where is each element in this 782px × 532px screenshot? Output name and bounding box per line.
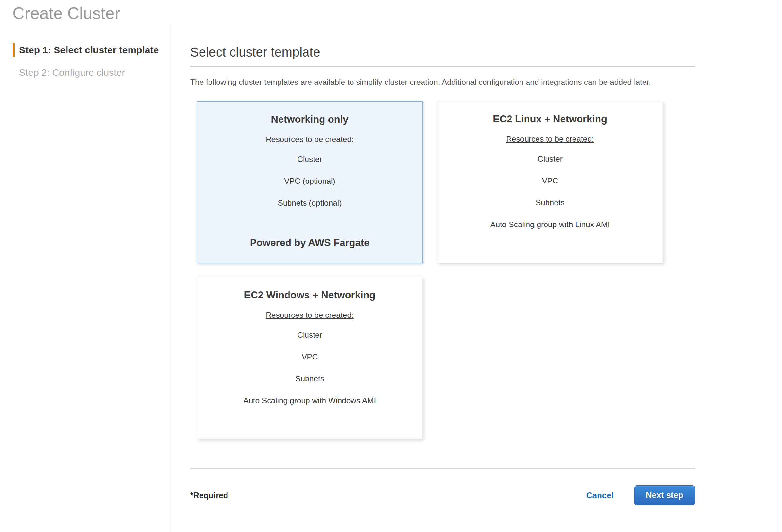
card-title: EC2 Linux + Networking bbox=[493, 113, 607, 125]
card-footer-note: Powered by AWS Fargate bbox=[250, 237, 370, 249]
wizard-layout: Step 1: Select cluster template Step 2: … bbox=[0, 24, 782, 532]
template-card-ec2-linux-networking[interactable]: EC2 Linux + Networking Resources to be c… bbox=[437, 101, 663, 263]
card-resources-label: Resources to be created: bbox=[266, 135, 354, 144]
card-resources-label: Resources to be created: bbox=[266, 311, 354, 320]
cancel-button[interactable]: Cancel bbox=[586, 491, 614, 500]
section-description: The following cluster templates are avai… bbox=[190, 75, 659, 89]
card-resource-item: Cluster bbox=[490, 154, 610, 164]
card-resource-item: VPC (optional) bbox=[278, 177, 342, 186]
card-resource-item: VPC bbox=[490, 176, 610, 185]
card-resource-item: Auto Scaling group with Linux AMI bbox=[490, 220, 610, 229]
cluster-template-cards: Networking only Resources to be created:… bbox=[197, 101, 695, 439]
footer-divider bbox=[190, 468, 695, 469]
card-resource-item: VPC bbox=[244, 352, 376, 361]
card-resources-list: ClusterVPCSubnetsAuto Scaling group with… bbox=[244, 330, 376, 418]
card-resource-item: Auto Scaling group with Windows AMI bbox=[244, 396, 376, 405]
sidebar-step-2-configure-cluster[interactable]: Step 2: Configure cluster bbox=[12, 66, 170, 80]
main-panel: Select cluster template The following cl… bbox=[170, 24, 695, 532]
card-resource-item: Subnets bbox=[244, 374, 376, 383]
card-resources-list: ClusterVPCSubnetsAuto Scaling group with… bbox=[490, 154, 610, 242]
heading-divider bbox=[190, 66, 695, 67]
card-title: EC2 Windows + Networking bbox=[244, 289, 376, 301]
section-heading: Select cluster template bbox=[190, 45, 695, 60]
sidebar-step-1-select-cluster-template[interactable]: Step 1: Select cluster template bbox=[12, 43, 170, 57]
card-resources-label: Resources to be created: bbox=[506, 135, 594, 144]
template-card-networking-only[interactable]: Networking only Resources to be created:… bbox=[197, 101, 423, 263]
wizard-steps-sidebar: Step 1: Select cluster template Step 2: … bbox=[0, 24, 170, 532]
card-resource-item: Subnets (optional) bbox=[278, 199, 342, 208]
card-title: Networking only bbox=[271, 114, 348, 125]
wizard-footer: *Required Cancel Next step bbox=[190, 486, 695, 505]
required-note: *Required bbox=[190, 491, 228, 500]
card-resource-item: Cluster bbox=[244, 330, 376, 340]
card-resource-item: Subnets bbox=[490, 198, 610, 207]
template-card-ec2-windows-networking[interactable]: EC2 Windows + Networking Resources to be… bbox=[197, 277, 423, 439]
footer-actions: Cancel Next step bbox=[586, 486, 695, 505]
card-resource-item: Cluster bbox=[278, 155, 342, 164]
card-resources-list: ClusterVPC (optional)Subnets (optional) bbox=[278, 155, 342, 220]
page-title: Create Cluster bbox=[0, 0, 782, 24]
next-step-button[interactable]: Next step bbox=[634, 486, 695, 505]
